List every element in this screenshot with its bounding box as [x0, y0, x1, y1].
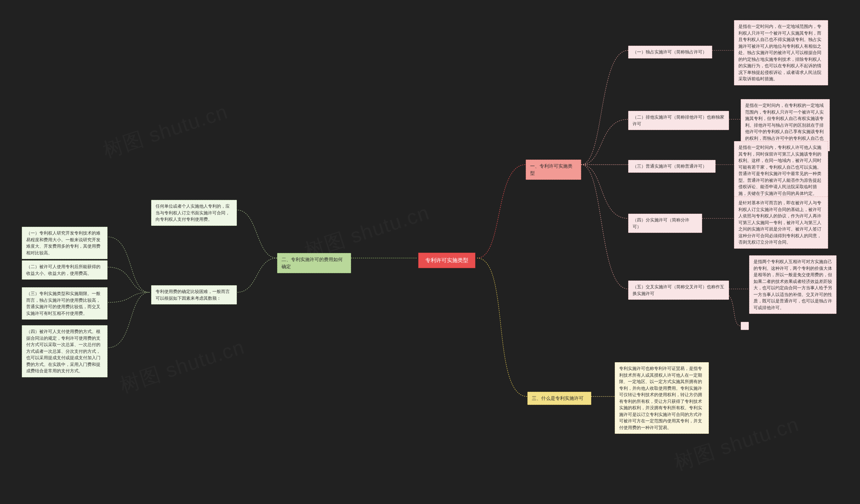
root-node[interactable]: 专利许可实施类型 — [418, 253, 475, 268]
sec1-item2-label[interactable]: （二）排他实施许可（简称排他许可）也称独家许可 — [628, 111, 729, 130]
sec2-p2[interactable]: 专利使用费的确定比较困难，一般而言可以根据如下因素来考虑其数额： — [151, 285, 237, 304]
sec1-item5-label[interactable]: （五）交叉实施许可（简称交叉许可）也称作互换实施许可 — [628, 280, 729, 300]
watermark: 树图 shutu.cn — [100, 98, 231, 164]
sec3-desc[interactable]: 专利实施许可也称专利许可证贸易，是指专利技术所有人或其授权人许可他人在一定期限、… — [615, 362, 709, 434]
section-3[interactable]: 三、什么是专利实施许可 — [527, 392, 591, 405]
connection-lines — [0, 0, 860, 504]
sec1-item5-extra[interactable] — [741, 322, 749, 330]
sec1-item3-label[interactable]: （三）普通实施许可（简称普通许可） — [628, 160, 716, 173]
sec2-p1[interactable]: 任何单位或者个人实施他人专利的，应当与专利权人订立书面实施许可合同，向专利权人支… — [151, 200, 237, 226]
sec2-factor-1[interactable]: （一）专利权人研究开发专利技术的难易程度和费用大小。一般来说研究开发难度大、开发… — [22, 227, 108, 259]
sec2-factor-2[interactable]: （二）被许可人使用专利后所能获得的收益大小。收益大的，使用费高。 — [22, 260, 108, 279]
sec2-factor-4[interactable]: （四）被许可人支付使用费的方式。根据合同法的规定，专利许可使用费的支付方式可以采… — [22, 325, 108, 377]
mindmap-canvas[interactable]: 树图 shutu.cn 树图 shutu.cn 树图 shutu.cn 树图 s… — [0, 0, 860, 504]
sec1-item4-desc[interactable]: 是针对基本许可而言的，即在被许可人与专利权人订立实施许可合同的基础上，被许可人依… — [734, 197, 828, 249]
section-1[interactable]: 一、专利许可实施类型 — [526, 160, 581, 180]
sec1-item1-desc[interactable]: 是指在一定时间内，在一定地域范围内，专利权人只许可一个被许可人实施其专利，而且专… — [734, 20, 828, 85]
sec1-item4-label[interactable]: （四）分实施许可（简称分许可） — [628, 214, 702, 233]
sec1-item1-label[interactable]: （一）独占实施许可（简称独占许可） — [628, 46, 712, 58]
sec1-item5-desc[interactable]: 是指两个专利权人互相许可对方实施自己的专利。这种许可，两个专利的价值大体是相等的… — [749, 255, 836, 314]
section-2[interactable]: 二、专利实施许可的费用如何确定 — [277, 253, 351, 273]
watermark: 树图 shutu.cn — [117, 333, 248, 399]
sec2-factor-3[interactable]: （三）专利实施类型和实施期限。一般而言，独占实施许可的使用费比较高，普通实施许可… — [22, 287, 108, 319]
sec1-item3-desc[interactable]: 是指在一定时间内，专利权人许可他人实施其专利，同时保留许可第三人实施该专利的权利… — [734, 141, 828, 200]
